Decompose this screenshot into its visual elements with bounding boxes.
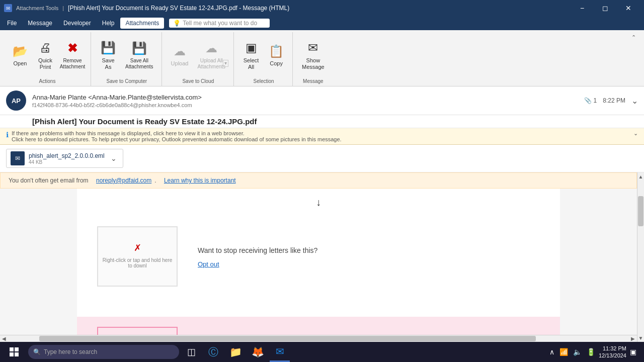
quick-print-label: QuickPrint xyxy=(38,57,52,70)
email-time: 8:22 PM xyxy=(603,97,625,104)
warning-learn-link[interactable]: Learn why this is important xyxy=(164,177,236,184)
copy-label: Copy xyxy=(270,60,283,67)
menu-message[interactable]: Message xyxy=(23,18,57,29)
firefox-button[interactable]: 🦊 xyxy=(248,342,268,362)
opt-out-link[interactable]: Opt out xyxy=(198,260,540,268)
ribbon-collapse-button[interactable]: ⌃ xyxy=(629,33,638,85)
ribbon-save-buttons: 💾 SaveAs 💾 Save AllAttachments xyxy=(96,32,157,77)
ribbon-group-save-to-computer: 💾 SaveAs 💾 Save AllAttachments Save to C… xyxy=(92,32,162,86)
scroll-right-button[interactable]: ▶ xyxy=(629,335,637,342)
ribbon-group-save-to-cloud: ☁ Upload ☁ Upload AllAttachments ▾ Save … xyxy=(163,32,234,86)
save-all-icon: 💾 xyxy=(132,41,147,56)
email-subject: [Phish Alert] Your Document is Ready SV … xyxy=(0,115,644,128)
h-scroll-track xyxy=(8,335,629,342)
notification-icon[interactable]: ▣ xyxy=(628,348,638,356)
taskbar: 🔍 Type here to search ◫ Ⓒ 📁 🦊 ✉ ∧ 📶 🔈 🔋 … xyxy=(0,342,644,362)
ribbon-message-buttons: ✉ ShowMessage xyxy=(298,32,329,77)
image-placeholder-pink[interactable]: ✗ Right-click or tap and hold here to xyxy=(97,327,178,335)
warning-text: You don't often get email from xyxy=(9,177,89,184)
expand-email-button[interactable]: ⌄ xyxy=(631,96,638,106)
network-icon[interactable]: 📶 xyxy=(558,348,570,356)
date-display: 12/13/2024 xyxy=(599,352,626,359)
upload-all-label: Upload AllAttachments xyxy=(197,58,225,70)
h-scroll-thumb[interactable] xyxy=(39,336,536,341)
battery-icon[interactable]: 🔋 xyxy=(585,348,597,356)
v-scroll-thumb[interactable] xyxy=(638,196,643,226)
info-expand[interactable]: ⌄ xyxy=(633,130,638,137)
message-icon: ✉ xyxy=(308,41,318,55)
restore-button[interactable]: ◻ xyxy=(594,0,617,16)
warning-separator: . xyxy=(154,177,156,184)
ribbon-collapse-area: ⌃ xyxy=(627,32,640,86)
image-placeholder-top[interactable]: ✗ Right-click or tap and hold here to do… xyxy=(97,226,178,287)
attachment-row: ✉ phish_alert_sp2_2.0.0.0.eml 44 KB ⌄ xyxy=(0,145,644,172)
tray-up-arrow[interactable]: ∧ xyxy=(548,348,556,356)
select-all-icon: ▣ xyxy=(246,41,257,55)
search-placeholder: Type here to search xyxy=(44,348,97,355)
warning-email-link[interactable]: noreply@pdfaid.com xyxy=(96,177,151,184)
scroll-down-button[interactable]: ▼ xyxy=(637,334,645,342)
svg-rect-0 xyxy=(10,347,14,351)
download-text: Don't forget to download your file xyxy=(198,327,540,335)
attachment-chip[interactable]: ✉ phish_alert_sp2_2.0.0.0.eml 44 KB ⌄ xyxy=(6,149,123,168)
upload-all-button[interactable]: ☁ Upload AllAttachments ▾ xyxy=(193,38,229,74)
lightbulb-icon: 💡 xyxy=(173,20,181,27)
message-group-label: Message xyxy=(298,77,329,86)
remove-label: RemoveAttachment xyxy=(60,58,86,70)
pink-section: ✗ Right-click or tap and hold here to Do… xyxy=(77,317,560,335)
quick-print-button[interactable]: 🖨 QuickPrint xyxy=(33,38,57,74)
attachment-indicator: 📎 1 xyxy=(584,97,597,104)
upload-all-dropdown-arrow[interactable]: ▾ xyxy=(223,60,228,67)
files-button[interactable]: 📁 xyxy=(225,342,246,362)
menu-developer[interactable]: Developer xyxy=(58,18,96,29)
remove-attachment-button[interactable]: ✖ RemoveAttachment xyxy=(58,38,87,74)
title-bar: ✉ Attachment Tools | [Phish Alert] Your … xyxy=(0,0,644,16)
tell-me-search[interactable]: 💡 Tell me what you want to do xyxy=(169,19,270,28)
info-text: If there are problems with how this mess… xyxy=(12,130,342,142)
email-header: AP Anna-Marie Plante <Anna-Marie.Plante@… xyxy=(0,86,644,115)
scroll-up-button[interactable]: ▲ xyxy=(637,172,645,180)
upload-button[interactable]: ☁ Upload xyxy=(167,38,193,74)
title-bar-left: ✉ Attachment Tools | [Phish Alert] Your … xyxy=(4,4,289,12)
outlook-icon: ✉ xyxy=(276,345,284,357)
taskbar-search-bar[interactable]: 🔍 Type here to search xyxy=(28,345,179,359)
system-tray: ∧ 📶 🔈 🔋 11:32 PM 12/13/2024 ▣ xyxy=(544,345,642,359)
volume-icon[interactable]: 🔈 xyxy=(572,348,583,356)
attachment-dropdown-button[interactable]: ⌄ xyxy=(109,153,119,163)
save-all-label: Save AllAttachments xyxy=(125,58,153,70)
show-message-button[interactable]: ✉ ShowMessage xyxy=(298,38,329,74)
scroll-left-button[interactable]: ◀ xyxy=(0,335,8,342)
to-field: f142f408-8736-44b0-b5f2-c6b6de0a88c4@phi… xyxy=(32,102,578,108)
menu-file[interactable]: File xyxy=(2,18,22,29)
info-icon: ℹ xyxy=(6,131,9,139)
open-button[interactable]: 📂 Open xyxy=(8,38,32,74)
ribbon-cloud-buttons: ☁ Upload ☁ Upload AllAttachments ▾ xyxy=(167,32,229,77)
save-as-button[interactable]: 💾 SaveAs xyxy=(96,38,120,74)
main-area: AP Anna-Marie Plante <Anna-Marie.Plante@… xyxy=(0,86,644,342)
outlook-button[interactable]: ✉ xyxy=(270,342,290,362)
menu-attachments[interactable]: Attachments xyxy=(120,18,164,29)
menu-help[interactable]: Help xyxy=(97,18,120,29)
v-scroll-track xyxy=(637,180,644,334)
upload-all-icon: ☁ xyxy=(205,41,217,56)
ribbon-content: 📂 Open 🖨 QuickPrint ✖ RemoveAttachment A… xyxy=(0,30,644,86)
warning-bar: You don't often get email from noreply@p… xyxy=(0,172,637,189)
ribbon-group-message: ✉ ShowMessage Message xyxy=(294,32,333,86)
minimize-button[interactable]: − xyxy=(571,0,594,16)
save-all-attachments-button[interactable]: 💾 Save AllAttachments xyxy=(121,38,157,74)
vertical-scrollbar: ▲ ▼ xyxy=(637,172,644,342)
firefox-icon: 🦊 xyxy=(252,346,264,358)
task-view-button[interactable]: ◫ xyxy=(181,342,201,362)
save-as-label: SaveAs xyxy=(102,57,114,70)
copy-button[interactable]: 📋 Copy xyxy=(264,38,288,74)
email-right: 📎 1 8:22 PM ⌄ xyxy=(584,96,638,106)
ribbon-actions-buttons: 📂 Open 🖨 QuickPrint ✖ RemoveAttachment xyxy=(8,32,87,77)
info-line2: Click here to download pictures. To help… xyxy=(12,136,342,142)
broken-image-icon-top: ✗ xyxy=(134,242,141,253)
start-button[interactable] xyxy=(2,342,26,362)
svg-rect-2 xyxy=(10,352,14,356)
close-button[interactable]: ✕ xyxy=(617,0,640,16)
select-all-button[interactable]: ▣ SelectAll xyxy=(239,38,263,74)
svg-rect-1 xyxy=(15,347,19,351)
edge-button[interactable]: Ⓒ xyxy=(203,342,223,362)
